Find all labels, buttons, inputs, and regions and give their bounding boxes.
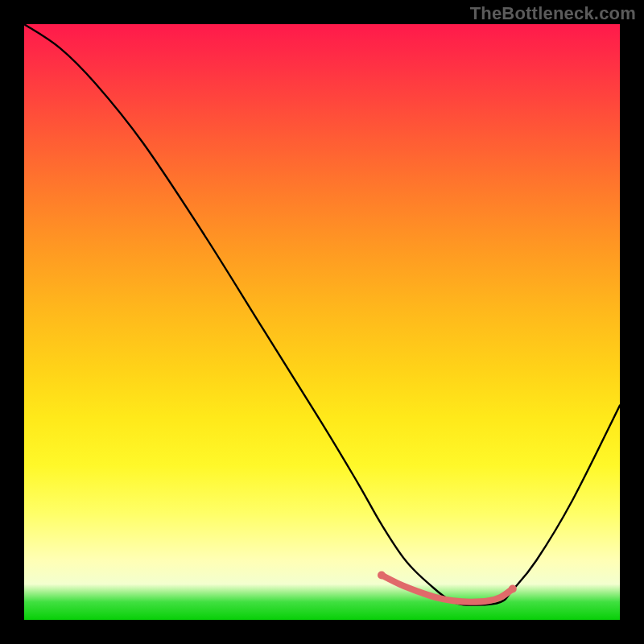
watermark-text: TheBottleneck.com: [470, 3, 636, 24]
highlight-band-line: [382, 576, 513, 602]
highlight-dot: [378, 572, 386, 580]
highlight-dot: [509, 585, 517, 593]
chart-svg: [24, 24, 620, 620]
bottleneck-curve-line: [24, 24, 620, 605]
chart-frame: TheBottleneck.com: [0, 0, 644, 644]
plot-area: [24, 24, 620, 620]
